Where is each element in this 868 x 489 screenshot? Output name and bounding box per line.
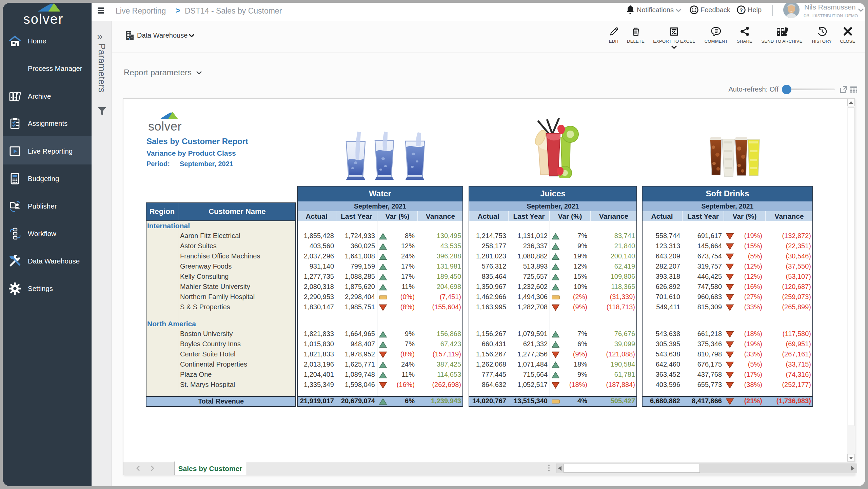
svg-text:?: ? [739, 7, 743, 13]
